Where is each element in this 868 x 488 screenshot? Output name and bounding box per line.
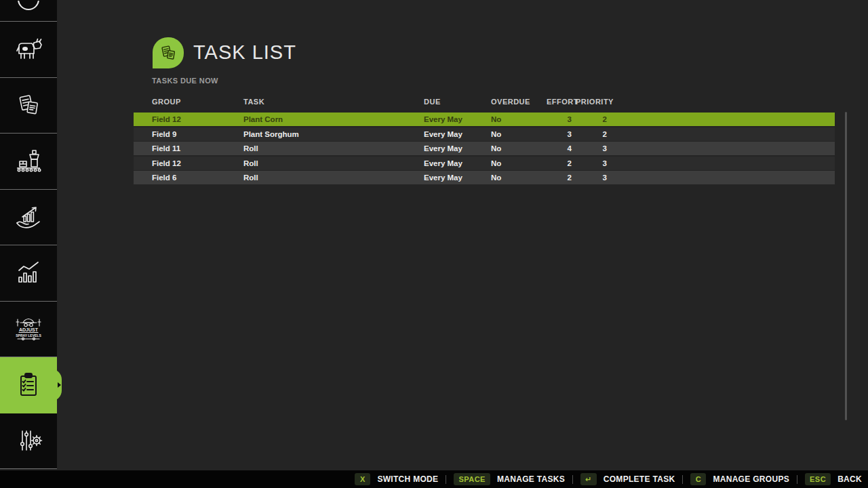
header-due: DUE xyxy=(424,98,441,106)
cell-effort: 2 xyxy=(545,171,572,184)
table-row[interactable]: Field 9 Plant Sorghum Every May No 3 2 xyxy=(134,127,835,141)
hotkey-label: SWITCH MODE xyxy=(377,474,438,484)
selected-tab-arrow-icon xyxy=(58,382,61,388)
cell-group: Field 11 xyxy=(152,142,180,155)
cell-priority: 3 xyxy=(580,157,607,170)
header-group: GROUP xyxy=(152,98,181,106)
task-table: GROUP TASK DUE OVERDUE EFFORT PRIORITY F… xyxy=(134,98,835,186)
bar-chart-icon xyxy=(12,257,45,289)
sidebar-item-sales[interactable] xyxy=(0,190,57,246)
cell-task: Roll xyxy=(243,142,258,155)
sidebar-item-partial-circle[interactable] xyxy=(0,0,57,22)
cell-effort: 4 xyxy=(545,142,572,155)
header-task: TASK xyxy=(243,98,264,106)
sidebar-item-animals[interactable] xyxy=(0,22,57,78)
circle-icon xyxy=(12,1,45,21)
task-list-screen: ADJUST SPRAY LEVELS xyxy=(0,0,868,488)
cell-overdue: No xyxy=(491,171,501,184)
sidebar-item-settings[interactable] xyxy=(0,413,57,470)
sidebar-item-statistics[interactable] xyxy=(0,245,57,302)
divider xyxy=(446,475,446,484)
sidebar-item-contracts[interactable] xyxy=(0,78,57,134)
svg-text:ADJUST: ADJUST xyxy=(19,327,39,332)
hotkey-manage-groups[interactable]: C MANAGE GROUPS xyxy=(690,473,789,485)
hotkey-bar: X SWITCH MODE SPACE MANAGE TASKS ↵ COMPL… xyxy=(0,470,868,488)
sidebar-item-production[interactable] xyxy=(0,134,57,190)
cell-effort: 3 xyxy=(545,127,572,141)
cell-overdue: No xyxy=(491,157,501,170)
hotkey-label: COMPLETE TASK xyxy=(604,474,675,484)
header-priority: PRIORITY xyxy=(576,98,614,106)
header-effort: EFFORT xyxy=(547,98,578,106)
cell-effort: 3 xyxy=(545,113,572,126)
cell-task: Plant Corn xyxy=(243,113,283,126)
cell-due: Every May xyxy=(424,157,462,170)
table-header-row: GROUP TASK DUE OVERDUE EFFORT PRIORITY xyxy=(134,98,835,113)
documents-icon xyxy=(157,41,180,64)
key-esc: ESC xyxy=(805,473,831,485)
cell-group: Field 12 xyxy=(152,157,181,170)
hotkey-label: BACK xyxy=(837,474,862,484)
key-space: SPACE xyxy=(454,473,490,485)
spray-levels-icon: ADJUST SPRAY LEVELS xyxy=(9,310,47,348)
table-row[interactable]: Field 12 Roll Every May No 2 3 xyxy=(134,157,835,170)
section-subtitle: TASKS DUE NOW xyxy=(152,77,218,85)
cell-priority: 2 xyxy=(580,127,607,141)
table-row[interactable]: Field 12 Plant Corn Every May No 3 2 xyxy=(134,113,835,126)
divider xyxy=(797,475,797,484)
table-row[interactable]: Field 11 Roll Every May No 4 3 xyxy=(134,142,835,155)
cell-due: Every May xyxy=(424,171,462,184)
hotkey-complete-task[interactable]: ↵ COMPLETE TASK xyxy=(580,473,675,485)
hotkey-manage-tasks[interactable]: SPACE MANAGE TASKS xyxy=(454,473,565,485)
cell-group: Field 12 xyxy=(152,113,181,126)
cell-overdue: No xyxy=(491,113,501,126)
divider xyxy=(572,475,573,484)
task-list-title-icon xyxy=(153,37,184,68)
cell-due: Every May xyxy=(424,113,462,126)
cell-task: Plant Sorghum xyxy=(243,127,299,141)
clipboard-checklist-icon xyxy=(12,369,45,401)
sidebar: ADJUST SPRAY LEVELS xyxy=(0,0,57,469)
cell-task: Roll xyxy=(243,157,258,170)
hotkey-back[interactable]: ESC BACK xyxy=(805,473,862,485)
svg-text:SPRAY LEVELS: SPRAY LEVELS xyxy=(16,333,41,338)
table-row[interactable]: Field 6 Roll Every May No 2 3 xyxy=(134,171,835,184)
cell-due: Every May xyxy=(424,142,462,155)
key-enter-icon: ↵ xyxy=(580,473,597,485)
cell-overdue: No xyxy=(491,127,501,141)
key-x: X xyxy=(355,473,370,485)
divider xyxy=(682,475,683,484)
hotkey-switch-mode[interactable]: X SWITCH MODE xyxy=(355,473,438,485)
header-overdue: OVERDUE xyxy=(491,98,530,106)
cell-priority: 3 xyxy=(580,171,607,184)
table-scrollbar[interactable] xyxy=(845,112,847,420)
sliders-gear-icon xyxy=(12,424,45,457)
hotkey-label: MANAGE GROUPS xyxy=(713,474,789,484)
cow-icon xyxy=(12,33,45,66)
documents-icon xyxy=(12,89,45,121)
cell-overdue: No xyxy=(491,142,501,155)
hotkey-label: MANAGE TASKS xyxy=(497,474,565,484)
key-c: C xyxy=(690,473,706,485)
sidebar-item-adjust-spray-levels[interactable]: ADJUST SPRAY LEVELS xyxy=(0,302,57,358)
cell-due: Every May xyxy=(424,127,462,141)
production-icon xyxy=(12,145,45,178)
cell-effort: 2 xyxy=(545,157,572,170)
cell-task: Roll xyxy=(243,171,258,184)
cell-group: Field 6 xyxy=(152,171,176,184)
cell-priority: 2 xyxy=(580,113,607,126)
cell-priority: 3 xyxy=(580,142,607,155)
cell-group: Field 9 xyxy=(152,127,176,141)
page-title: TASK LIST xyxy=(193,41,296,64)
sidebar-item-task-list[interactable] xyxy=(0,357,57,413)
sales-chart-hand-icon xyxy=(12,201,45,233)
